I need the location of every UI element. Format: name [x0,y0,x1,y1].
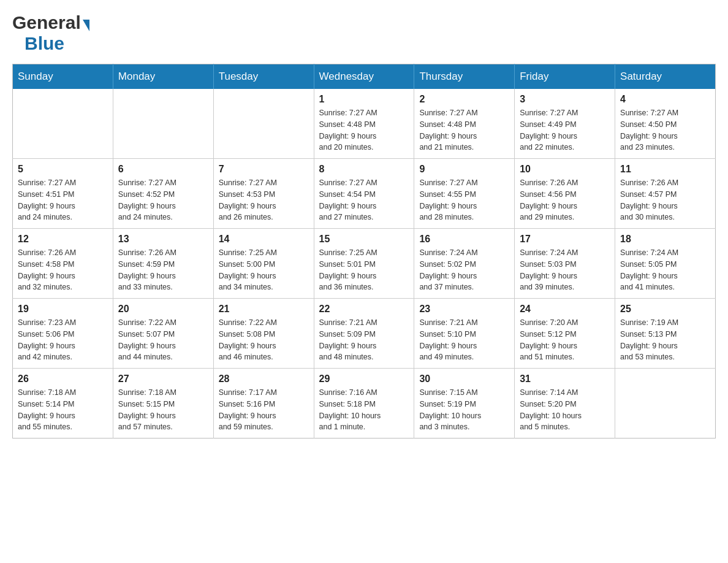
day-number: 15 [319,234,409,245]
calendar-cell: 5Sunrise: 7:27 AM Sunset: 4:51 PM Daylig… [13,159,113,229]
day-info: Sunrise: 7:17 AM Sunset: 5:16 PM Dayligh… [219,387,309,433]
calendar-cell: 22Sunrise: 7:21 AM Sunset: 5:09 PM Dayli… [314,299,414,369]
day-info: Sunrise: 7:27 AM Sunset: 4:51 PM Dayligh… [18,177,108,223]
day-info: Sunrise: 7:23 AM Sunset: 5:06 PM Dayligh… [18,317,108,363]
day-info: Sunrise: 7:14 AM Sunset: 5:20 PM Dayligh… [520,387,610,433]
day-number: 8 [319,164,409,175]
calendar-cell: 12Sunrise: 7:26 AM Sunset: 4:58 PM Dayli… [13,229,113,299]
calendar-cell: 7Sunrise: 7:27 AM Sunset: 4:53 PM Daylig… [213,159,314,229]
day-info: Sunrise: 7:19 AM Sunset: 5:13 PM Dayligh… [620,317,710,363]
calendar-cell: 15Sunrise: 7:25 AM Sunset: 5:01 PM Dayli… [314,229,414,299]
calendar-cell: 1Sunrise: 7:27 AM Sunset: 4:48 PM Daylig… [314,89,414,159]
day-info: Sunrise: 7:27 AM Sunset: 4:54 PM Dayligh… [319,177,409,223]
calendar-cell [13,89,113,159]
weekday-header-saturday: Saturday [615,64,716,90]
day-number: 9 [419,164,509,175]
calendar-cell: 18Sunrise: 7:24 AM Sunset: 5:05 PM Dayli… [615,229,716,299]
day-number: 2 [419,94,509,105]
day-info: Sunrise: 7:27 AM Sunset: 4:55 PM Dayligh… [419,177,509,223]
day-number: 11 [620,164,710,175]
day-info: Sunrise: 7:15 AM Sunset: 5:19 PM Dayligh… [419,387,509,433]
day-info: Sunrise: 7:21 AM Sunset: 5:10 PM Dayligh… [419,317,509,363]
day-number: 5 [18,164,108,175]
calendar-cell: 3Sunrise: 7:27 AM Sunset: 4:49 PM Daylig… [515,89,615,159]
day-info: Sunrise: 7:27 AM Sunset: 4:49 PM Dayligh… [520,107,610,153]
day-number: 31 [520,373,610,385]
calendar-cell: 29Sunrise: 7:16 AM Sunset: 5:18 PM Dayli… [314,369,414,439]
calendar-cell: 26Sunrise: 7:18 AM Sunset: 5:14 PM Dayli… [13,369,113,439]
day-number: 20 [118,304,208,315]
calendar-cell: 21Sunrise: 7:22 AM Sunset: 5:08 PM Dayli… [213,299,314,369]
day-number: 29 [319,373,409,385]
day-number: 19 [18,304,108,315]
calendar-cell: 17Sunrise: 7:24 AM Sunset: 5:03 PM Dayli… [515,229,615,299]
logo: General Blue [12,12,89,54]
day-info: Sunrise: 7:16 AM Sunset: 5:18 PM Dayligh… [319,387,409,433]
day-info: Sunrise: 7:26 AM Sunset: 4:56 PM Dayligh… [520,177,610,223]
weekday-header-wednesday: Wednesday [314,64,414,90]
day-info: Sunrise: 7:18 AM Sunset: 5:14 PM Dayligh… [18,387,108,433]
day-number: 23 [419,304,509,315]
day-number: 25 [620,304,710,315]
calendar-cell: 28Sunrise: 7:17 AM Sunset: 5:16 PM Dayli… [213,369,314,439]
day-number: 1 [319,94,409,105]
day-info: Sunrise: 7:27 AM Sunset: 4:52 PM Dayligh… [118,177,208,223]
calendar-cell: 25Sunrise: 7:19 AM Sunset: 5:13 PM Dayli… [615,299,716,369]
logo-blue-text: Blue [25,33,64,54]
logo-general-text: General [12,12,81,33]
page-header: General Blue [12,12,716,54]
weekday-header-friday: Friday [515,64,615,90]
day-info: Sunrise: 7:27 AM Sunset: 4:48 PM Dayligh… [419,107,509,153]
calendar-cell: 23Sunrise: 7:21 AM Sunset: 5:10 PM Dayli… [414,299,515,369]
day-number: 28 [219,373,309,385]
calendar-cell [615,369,716,439]
day-info: Sunrise: 7:20 AM Sunset: 5:12 PM Dayligh… [520,317,610,363]
day-number: 12 [18,234,108,245]
calendar-cell: 14Sunrise: 7:25 AM Sunset: 5:00 PM Dayli… [213,229,314,299]
calendar-cell: 2Sunrise: 7:27 AM Sunset: 4:48 PM Daylig… [414,89,515,159]
day-info: Sunrise: 7:26 AM Sunset: 4:59 PM Dayligh… [118,247,208,293]
day-info: Sunrise: 7:25 AM Sunset: 5:00 PM Dayligh… [219,247,309,293]
day-number: 26 [18,373,108,385]
calendar-cell: 24Sunrise: 7:20 AM Sunset: 5:12 PM Dayli… [515,299,615,369]
day-info: Sunrise: 7:25 AM Sunset: 5:01 PM Dayligh… [319,247,409,293]
logo-arrow-icon [83,20,89,31]
calendar-cell: 11Sunrise: 7:26 AM Sunset: 4:57 PM Dayli… [615,159,716,229]
day-number: 22 [319,304,409,315]
calendar-cell: 8Sunrise: 7:27 AM Sunset: 4:54 PM Daylig… [314,159,414,229]
day-number: 10 [520,164,610,175]
calendar-cell: 27Sunrise: 7:18 AM Sunset: 5:15 PM Dayli… [113,369,213,439]
day-number: 16 [419,234,509,245]
day-info: Sunrise: 7:27 AM Sunset: 4:50 PM Dayligh… [620,107,710,153]
calendar-cell [213,89,314,159]
weekday-header-tuesday: Tuesday [213,64,314,90]
day-number: 17 [520,234,610,245]
day-info: Sunrise: 7:21 AM Sunset: 5:09 PM Dayligh… [319,317,409,363]
day-number: 4 [620,94,710,105]
calendar-cell: 9Sunrise: 7:27 AM Sunset: 4:55 PM Daylig… [414,159,515,229]
calendar-cell: 4Sunrise: 7:27 AM Sunset: 4:50 PM Daylig… [615,89,716,159]
calendar-cell: 6Sunrise: 7:27 AM Sunset: 4:52 PM Daylig… [113,159,213,229]
day-number: 14 [219,234,309,245]
weekday-header-thursday: Thursday [414,64,515,90]
day-info: Sunrise: 7:24 AM Sunset: 5:02 PM Dayligh… [419,247,509,293]
day-info: Sunrise: 7:27 AM Sunset: 4:48 PM Dayligh… [319,107,409,153]
calendar-cell [113,89,213,159]
day-number: 18 [620,234,710,245]
day-number: 7 [219,164,309,175]
calendar-cell: 20Sunrise: 7:22 AM Sunset: 5:07 PM Dayli… [113,299,213,369]
day-info: Sunrise: 7:24 AM Sunset: 5:03 PM Dayligh… [520,247,610,293]
day-info: Sunrise: 7:26 AM Sunset: 4:58 PM Dayligh… [18,247,108,293]
calendar-table: SundayMondayTuesdayWednesdayThursdayFrid… [12,64,716,439]
day-info: Sunrise: 7:22 AM Sunset: 5:07 PM Dayligh… [118,317,208,363]
day-info: Sunrise: 7:22 AM Sunset: 5:08 PM Dayligh… [219,317,309,363]
day-info: Sunrise: 7:18 AM Sunset: 5:15 PM Dayligh… [118,387,208,433]
day-info: Sunrise: 7:26 AM Sunset: 4:57 PM Dayligh… [620,177,710,223]
day-number: 21 [219,304,309,315]
calendar-cell: 16Sunrise: 7:24 AM Sunset: 5:02 PM Dayli… [414,229,515,299]
day-number: 30 [419,373,509,385]
day-number: 27 [118,373,208,385]
day-number: 3 [520,94,610,105]
day-info: Sunrise: 7:24 AM Sunset: 5:05 PM Dayligh… [620,247,710,293]
calendar-cell: 13Sunrise: 7:26 AM Sunset: 4:59 PM Dayli… [113,229,213,299]
